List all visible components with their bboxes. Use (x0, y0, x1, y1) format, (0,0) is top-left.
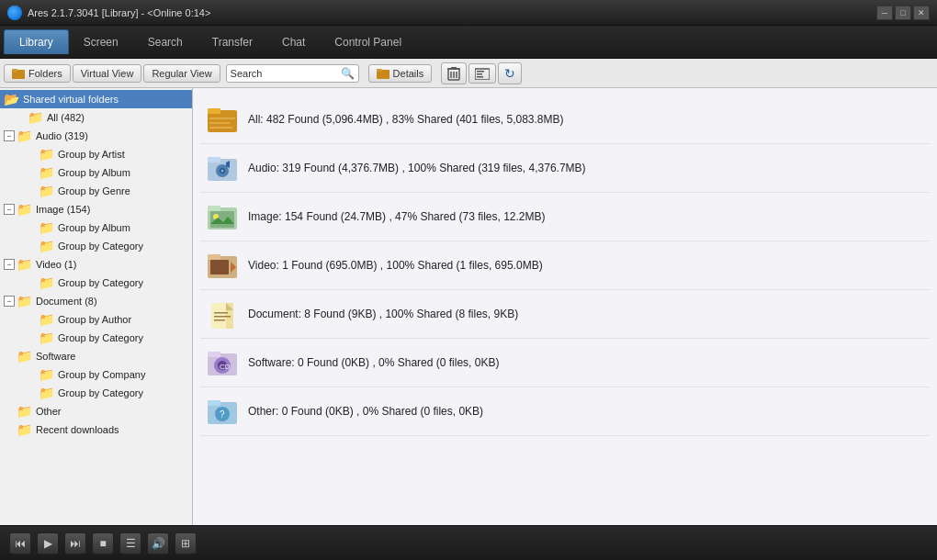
document-folder-icon: 📁 (17, 294, 32, 308)
content-row-text: Audio: 319 Found (4,376.7MB) , 100% Shar… (248, 162, 586, 174)
details-button[interactable]: Details (368, 64, 433, 83)
svg-rect-18 (209, 127, 232, 129)
content-area: All: 482 Found (5,096.4MB) , 83% Shared … (193, 88, 937, 525)
next-icon: ⏭ (70, 537, 81, 550)
svg-rect-30 (210, 260, 229, 274)
tab-library[interactable]: Library (4, 29, 69, 54)
sidebar-item-software-category[interactable]: 📁 Group by Category (0, 384, 192, 402)
tab-chat[interactable]: Chat (267, 30, 320, 54)
sidebar-item-audio-genre[interactable]: 📁 Group by Genre (0, 182, 192, 200)
software-content-icon: CD (206, 346, 239, 379)
virtual-view-button[interactable]: Virtual View (73, 64, 142, 83)
svg-rect-11 (477, 71, 484, 73)
content-row-audio[interactable]: Audio: 319 Found (4,376.7MB) , 100% Shar… (200, 144, 930, 193)
playlist-icon: ☰ (126, 537, 136, 550)
sidebar-item-document-author[interactable]: 📁 Group by Author (0, 310, 192, 329)
stop-button[interactable]: ■ (92, 532, 114, 554)
expand-video[interactable]: − (4, 259, 15, 270)
image-album-icon: 📁 (39, 220, 54, 235)
sidebar-item-label: Software (36, 351, 75, 362)
regular-view-button[interactable]: Regular View (143, 64, 220, 83)
svg-rect-35 (214, 319, 225, 321)
document-author-icon: 📁 (39, 312, 54, 327)
content-row-other[interactable]: ? Other: 0 Found (0KB) , 0% Shared (0 fi… (200, 387, 930, 436)
svg-rect-34 (214, 316, 231, 318)
sidebar-item-recent[interactable]: 📁 Recent downloads (0, 420, 192, 439)
maximize-button[interactable]: □ (895, 6, 911, 20)
play-button[interactable]: ▶ (37, 532, 59, 554)
recent-folder-icon: 📁 (17, 422, 32, 437)
delete-icon (447, 66, 460, 81)
svg-rect-16 (209, 118, 235, 119)
sidebar-item-label: Group by Genre (58, 185, 130, 196)
sidebar-item-image-category[interactable]: 📁 Group by Category (0, 237, 192, 255)
tab-transfer[interactable]: Transfer (198, 30, 267, 54)
all-content-icon (206, 103, 239, 136)
next-button[interactable]: ⏭ (64, 532, 86, 554)
sidebar-item-label: Group by Company (58, 369, 145, 380)
prev-icon: ⏮ (15, 537, 26, 550)
player-bar: ⏮ ▶ ⏭ ■ ☰ 🔊 ⊞ (0, 525, 937, 560)
prev-button[interactable]: ⏮ (9, 532, 31, 554)
shared-folder-icon: 📂 (4, 92, 19, 106)
sidebar-item-video[interactable]: − 📁 Video (1) (0, 255, 192, 274)
content-row-all[interactable]: All: 482 Found (5,096.4MB) , 83% Shared … (200, 95, 930, 144)
playlist-button[interactable]: ☰ (119, 532, 141, 554)
sidebar-item-label: Group by Author (58, 314, 131, 325)
minimize-button[interactable]: ─ (876, 6, 893, 20)
delete-button[interactable] (441, 62, 467, 84)
search-icon: 🔍 (341, 67, 355, 80)
sidebar-item-document-category[interactable]: 📁 Group by Category (0, 329, 192, 347)
sidebar-item-shared-virtual[interactable]: 📂 Shared virtual folders (0, 90, 192, 108)
sidebar-item-image[interactable]: − 📁 Image (154) (0, 200, 192, 218)
tab-search[interactable]: Search (133, 30, 198, 54)
software-company-icon: 📁 (39, 367, 54, 382)
sidebar-item-label: Group by Category (58, 241, 143, 252)
sidebar-item-video-category[interactable]: 📁 Group by Category (0, 274, 192, 292)
audio-album-icon: 📁 (39, 165, 54, 180)
image-folder-icon: 📁 (17, 202, 32, 217)
sidebar-item-label: Shared virtual folders (23, 94, 119, 105)
expand-image[interactable]: − (4, 204, 15, 215)
sidebar-item-audio[interactable]: − 📁 Audio (319) (0, 127, 192, 145)
content-row-image[interactable]: Image: 154 Found (24.7MB) , 47% Shared (… (200, 193, 930, 241)
expand-document[interactable]: − (4, 296, 15, 307)
svg-rect-12 (477, 73, 482, 75)
tab-screen[interactable]: Screen (69, 30, 133, 54)
sidebar-item-software-company[interactable]: 📁 Group by Company (0, 365, 192, 384)
refresh-button[interactable]: ↻ (498, 62, 522, 84)
svg-rect-42 (208, 400, 220, 406)
sidebar-item-document[interactable]: − 📁 Document (8) (0, 292, 192, 310)
search-input[interactable] (231, 68, 341, 79)
svg-rect-37 (208, 352, 220, 357)
play-icon: ▶ (44, 537, 52, 550)
sidebar-item-all[interactable]: 📁 All (482) (0, 108, 192, 127)
svg-rect-13 (477, 76, 483, 78)
software-folder-icon: 📁 (17, 349, 32, 364)
expand-audio[interactable]: − (4, 130, 15, 141)
audio-genre-icon: 📁 (39, 184, 54, 198)
svg-rect-9 (451, 67, 457, 69)
export-button[interactable] (468, 63, 496, 84)
sidebar-item-audio-artist[interactable]: 📁 Group by Artist (0, 145, 192, 163)
document-category-icon: 📁 (39, 330, 54, 345)
svg-rect-1 (12, 69, 17, 72)
sidebar-item-image-album[interactable]: 📁 Group by Album (0, 218, 192, 237)
folders-button[interactable]: Folders (4, 64, 71, 83)
sidebar-item-label: Other (36, 406, 62, 417)
audio-artist-icon: 📁 (39, 147, 54, 162)
other-content-icon: ? (206, 395, 239, 428)
sidebar-item-other[interactable]: 📁 Other (0, 402, 192, 420)
sidebar-item-software[interactable]: 📁 Software (0, 347, 192, 365)
content-row-video[interactable]: Video: 1 Found (695.0MB) , 100% Shared (… (200, 241, 930, 290)
main-area: 📂 Shared virtual folders 📁 All (482) − 📁… (0, 88, 937, 525)
sidebar-item-label: Group by Category (58, 387, 143, 398)
content-row-document[interactable]: Document: 8 Found (9KB) , 100% Shared (8… (200, 290, 930, 339)
sidebar-item-audio-album[interactable]: 📁 Group by Album (0, 163, 192, 182)
folder-icon (12, 68, 25, 79)
volume-button[interactable]: 🔊 (147, 532, 169, 554)
tab-control-panel[interactable]: Control Panel (320, 30, 416, 54)
close-button[interactable]: ✕ (913, 6, 930, 20)
eq-button[interactable]: ⊞ (175, 532, 197, 554)
content-row-software[interactable]: CD Software: 0 Found (0KB) , 0% Shared (… (200, 339, 930, 387)
